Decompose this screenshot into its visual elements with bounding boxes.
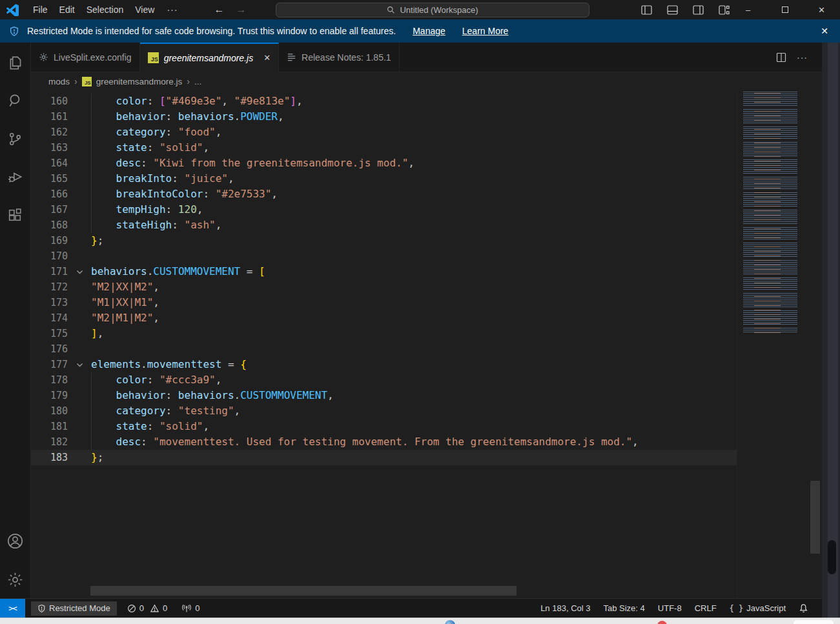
tab-close-icon[interactable]: ✕ (263, 53, 271, 63)
back-arrow-icon[interactable]: ← (214, 4, 224, 15)
menu-more[interactable]: ··· (160, 3, 184, 17)
maximize-icon (782, 6, 788, 13)
banner-text: Restricted Mode is intended for safe cod… (27, 26, 396, 36)
line-number: 166 (31, 186, 68, 202)
cursor-position-status[interactable]: Ln 183, Col 3 (536, 601, 595, 616)
breadcrumb-mods[interactable]: mods (48, 77, 70, 86)
line-number: 164 (31, 156, 68, 171)
toggle-primary-sidebar-icon[interactable] (637, 1, 656, 18)
js-file-icon: JS (82, 77, 92, 86)
code-line[interactable]: 174"M2|M1|M2", (31, 310, 737, 326)
code-line[interactable]: 176 (31, 341, 737, 357)
minimize-button[interactable]: – (730, 0, 766, 19)
menu-selection[interactable]: Selection (81, 3, 130, 17)
problems-status[interactable]: 0 0 (122, 601, 172, 616)
run-debug-icon[interactable] (6, 168, 25, 186)
fold-chevron-icon[interactable] (68, 357, 91, 372)
menu-view[interactable]: View (129, 3, 160, 17)
code-line[interactable]: 167 tempHigh: 120, (31, 202, 737, 217)
code-line[interactable]: 177elements.movementtest = { (31, 357, 737, 372)
editor-more-actions-icon[interactable]: ··· (797, 52, 808, 63)
code-line[interactable]: 165 breakInto: "juice", (31, 171, 737, 186)
tab-livesplit-config[interactable]: LiveSplit.exe.config (31, 43, 140, 72)
line-number: 160 (31, 94, 68, 109)
tab-size-status[interactable]: Tab Size: 4 (599, 601, 649, 616)
code-line[interactable]: 163 state: "solid", (31, 140, 737, 156)
language-status[interactable]: { } JavaScript (725, 601, 790, 616)
code-line[interactable]: 164 desc: "Kiwi from the greenitemsandmo… (31, 156, 737, 171)
code-line[interactable]: 172"M2|XX|M2", (31, 279, 737, 295)
tab-bar: LiveSplit.exe.config JS greenitemsandmor… (31, 43, 822, 72)
code-line[interactable]: 171behaviors.CUSTOMMOVEMENT = [ (31, 264, 737, 279)
code-line[interactable]: 169}; (31, 233, 737, 248)
restricted-mode-status[interactable]: Restricted Mode (31, 601, 117, 616)
eol-status[interactable]: CRLF (690, 601, 721, 616)
accounts-icon[interactable] (6, 532, 25, 550)
code-line[interactable]: 180 category: "testing", (31, 403, 737, 419)
gear-file-icon (39, 52, 48, 62)
explorer-icon[interactable] (6, 54, 25, 72)
extensions-icon[interactable] (6, 206, 25, 224)
breadcrumb-symbol[interactable]: ... (194, 77, 201, 86)
remote-indicator[interactable]: >< (0, 599, 25, 618)
code-line[interactable]: 183}; (31, 450, 737, 465)
ports-status[interactable]: 0 (176, 601, 205, 616)
taskbar-browser-icon[interactable] (445, 620, 455, 624)
banner-close-icon[interactable]: ✕ (821, 26, 828, 36)
forward-arrow-icon: → (236, 4, 246, 15)
code-line[interactable]: 175], (31, 326, 737, 341)
menu-file[interactable]: File (27, 3, 54, 17)
code-line[interactable]: 179 behavior: behaviors.CUSTOMMOVEMENT, (31, 388, 737, 403)
chevron-right-icon: › (187, 76, 190, 86)
code-line[interactable]: 168 stateHigh: "ash", (31, 217, 737, 233)
code-line[interactable]: 178 color: "#ccc3a9", (31, 372, 737, 388)
shield-icon (37, 604, 46, 613)
taskbar-widget[interactable] (794, 620, 834, 624)
code-line[interactable]: 166 breakIntoColor: "#2e7533", (31, 186, 737, 202)
vscode-logo-icon (6, 3, 19, 16)
encoding-status[interactable]: UTF-8 (653, 601, 686, 616)
line-number: 171 (31, 264, 68, 279)
line-number: 183 (31, 450, 68, 465)
release-notes-icon (287, 52, 296, 62)
search-icon (387, 6, 395, 14)
code-line[interactable]: 170 (31, 248, 737, 264)
settings-gear-icon[interactable] (6, 570, 25, 589)
tab-greenitemsandmore[interactable]: JS greenitemsandmore.js ✕ (140, 43, 279, 72)
ports-count: 0 (195, 603, 200, 613)
taskbar-app-icon[interactable] (657, 621, 667, 624)
toggle-panel-icon[interactable] (662, 1, 682, 18)
line-number: 182 (31, 434, 68, 450)
breadcrumb-filename[interactable]: greenitemsandmore.js (96, 77, 183, 86)
code-line[interactable]: 162 category: "food", (31, 125, 737, 140)
code-editor[interactable]: 160 color: ["#469e3e", "#9e813e"],161 be… (31, 90, 822, 598)
notifications-bell-icon[interactable] (794, 601, 813, 616)
search-sidebar-icon[interactable] (6, 92, 25, 110)
command-center[interactable]: Untitled (Workspace) (276, 3, 589, 17)
tab-label: Release Notes: 1.85.1 (302, 52, 391, 63)
banner-learn-more-link[interactable]: Learn More (462, 26, 509, 36)
tab-release-notes[interactable]: Release Notes: 1.85.1 (279, 43, 400, 72)
line-number: 178 (31, 372, 68, 388)
minimap[interactable] (737, 90, 822, 598)
code-line[interactable]: 161 behavior: behaviors.POWDER, (31, 109, 737, 125)
source-control-icon[interactable] (6, 130, 25, 148)
banner-manage-link[interactable]: Manage (413, 26, 446, 36)
code-line[interactable]: 173"M1|XX|M1", (31, 295, 737, 310)
js-file-icon: JS (148, 52, 159, 63)
code-line[interactable]: 182 desc: "movementtest. Used for testin… (31, 434, 737, 450)
horizontal-scrollbar[interactable] (90, 586, 517, 596)
split-editor-icon[interactable] (776, 52, 786, 63)
vscode-window: File Edit Selection View ··· ← → Untitle… (0, 0, 840, 624)
line-number: 170 (31, 248, 68, 264)
background-scrollbar-thumb[interactable] (828, 540, 836, 574)
code-line[interactable]: 160 color: ["#469e3e", "#9e813e"], (31, 94, 737, 109)
close-window-button[interactable]: ✕ (803, 0, 840, 19)
toggle-secondary-sidebar-icon[interactable] (688, 1, 708, 18)
line-number: 163 (31, 140, 68, 156)
fold-chevron-icon[interactable] (68, 264, 91, 279)
code-line[interactable]: 181 state: "solid", (31, 419, 737, 434)
vertical-scrollbar[interactable] (810, 481, 820, 554)
maximize-button[interactable] (766, 0, 803, 19)
menu-edit[interactable]: Edit (54, 3, 81, 17)
